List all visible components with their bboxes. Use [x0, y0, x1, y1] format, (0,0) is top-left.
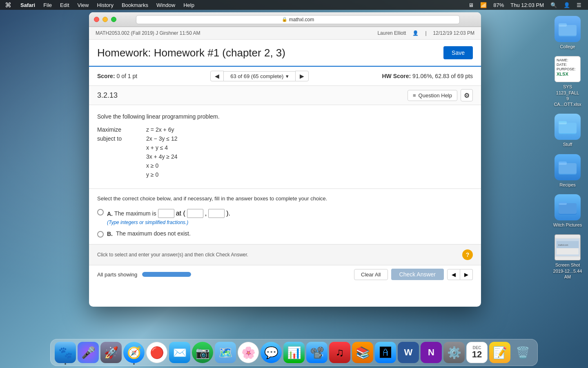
menu-window[interactable]: Window — [152, 0, 179, 10]
desktop-icon-witch[interactable]: Witch Pictures — [551, 193, 584, 229]
dock-notes[interactable]: 📝 — [489, 342, 510, 363]
dock-photos[interactable]: 🌸 — [238, 342, 259, 363]
browser-window: 🔒 mathxl.com MATH2053.002 (Fall 2019) J … — [89, 12, 481, 307]
question-help-button[interactable]: ≡ Question Help — [408, 90, 457, 101]
list-icon: ≡ — [413, 92, 416, 99]
menubar-search-icon[interactable]: 🔍 — [550, 2, 557, 8]
status-bar-right: Clear All Check Answer ◀ ▶ — [354, 269, 473, 280]
desktop: ⌘ Safari File Edit View History Bookmark… — [0, 0, 588, 368]
header-divider: | — [425, 30, 426, 36]
url-bar[interactable]: 🔒 mathxl.com — [136, 15, 460, 24]
dock-numbers[interactable]: 📊 — [283, 342, 305, 363]
dock-finder[interactable]: 🐾 — [55, 342, 76, 363]
save-button[interactable]: Save — [443, 46, 473, 59]
menubar-user-icon[interactable]: 👤 — [564, 2, 570, 8]
objective-function: z = 2x + 6y — [146, 126, 178, 133]
music-icon: ♫ — [336, 346, 344, 359]
question-header: 3.2.13 ≡ Question Help ⚙ — [89, 86, 481, 105]
svg-rect-2 — [559, 25, 577, 36]
option-a-close: ). — [226, 210, 230, 217]
option-b-text: The maximum does not exist. — [116, 230, 191, 237]
bottom-instruction: Click to select and enter your answer(s)… — [97, 252, 462, 258]
help-circle-button[interactable]: ? — [462, 249, 473, 260]
dock-system-prefs[interactable]: ⚙️ — [443, 342, 465, 363]
prev-question-button[interactable]: ◀ — [210, 71, 224, 81]
chrome-icon: 🔴 — [150, 346, 164, 359]
problem-text: Solve the following linear programming p… — [97, 113, 473, 120]
word-icon: W — [404, 347, 413, 358]
settings-button[interactable]: ⚙ — [461, 89, 473, 101]
dock-word[interactable]: W — [398, 342, 419, 363]
dock-chrome[interactable]: 🔴 — [146, 342, 167, 363]
apple-menu[interactable]: ⌘ — [0, 0, 16, 10]
dock-appstore[interactable]: 🅰 — [375, 342, 396, 363]
dock-calendar[interactable]: DEC 12 — [466, 342, 488, 363]
menu-view[interactable]: View — [74, 0, 93, 10]
desktop-icon-screenshot[interactable]: mathxl.com Screen Shot2019-12...5.44 AM — [551, 233, 584, 281]
dock-mail[interactable]: ✉️ — [169, 342, 190, 363]
hw-score-label: HW Score: — [382, 73, 411, 79]
status-bar: All parts showing Clear All Check Answer… — [89, 265, 481, 283]
homework-title-bar: Homework: Homework #1 (chapter 2, 3) Sav… — [89, 40, 481, 67]
option-a-letter: A. — [107, 211, 113, 217]
problem-math: Maximize subject to z = 2x + 6y 2x − 3y … — [97, 126, 473, 180]
option-a-at: at ( — [176, 210, 185, 217]
screenshot-thumb-icon: mathxl.com — [555, 234, 581, 260]
menu-history[interactable]: History — [93, 0, 117, 10]
dock-safari[interactable]: 🧭 — [123, 342, 145, 363]
dock-maps[interactable]: 🗺️ — [215, 342, 236, 363]
dock-music[interactable]: ♫ — [329, 342, 350, 363]
desktop-icon-recipes[interactable]: Recipes — [551, 153, 584, 189]
dock-siri[interactable]: 🎤 — [78, 342, 99, 363]
option-a-value-input[interactable] — [158, 209, 174, 218]
desktop-icon-stuff[interactable]: Stuff — [551, 112, 584, 149]
keynote-icon: 📽️ — [310, 346, 324, 359]
dock-trash[interactable]: 🗑️ — [512, 342, 533, 363]
option-b-radio[interactable] — [97, 231, 104, 238]
menubar-menu-icon[interactable]: ☰ — [577, 2, 581, 8]
menu-help[interactable]: Help — [179, 0, 198, 10]
option-a-x-input[interactable] — [187, 209, 203, 218]
dock-books[interactable]: 📚 — [352, 342, 373, 363]
constraint-1: 2x − 3y ≤ 12 — [146, 135, 178, 142]
menu-bookmarks[interactable]: Bookmarks — [118, 0, 152, 10]
header-datetime: 12/12/19 12:03 PM — [433, 30, 474, 36]
course-info: MATH2053.002 (Fall 2019) J Girshner 11:5… — [96, 30, 200, 36]
menu-edit[interactable]: Edit — [56, 0, 73, 10]
score-value: 0 of 1 pt — [116, 73, 137, 79]
mail-icon: ✉️ — [173, 346, 187, 359]
minimize-button[interactable] — [102, 17, 108, 22]
screenshot-label: Screen Shot2019-12...5.44 AM — [553, 262, 582, 280]
witch-folder-icon — [555, 194, 581, 220]
answer-options: A. The maximum is at ( , ). (Type intege… — [97, 208, 473, 238]
dock-facetime[interactable]: 📷 — [192, 342, 213, 363]
dropdown-icon[interactable]: ▾ — [286, 73, 289, 79]
maps-icon: 🗺️ — [218, 346, 233, 359]
fullscreen-button[interactable] — [111, 17, 116, 22]
bottom-next-button[interactable]: ▶ — [460, 269, 473, 280]
hw-score-value: 91.06%, 62.83 of 69 pts — [412, 73, 473, 79]
dock-onenote[interactable]: N — [421, 342, 442, 363]
stuff-folder-label: Stuff — [563, 141, 572, 147]
close-button[interactable] — [94, 17, 99, 22]
svg-rect-16 — [557, 248, 579, 255]
menu-file[interactable]: File — [39, 0, 56, 10]
bottom-prev-button[interactable]: ◀ — [447, 269, 460, 280]
dock-keynote[interactable]: 📽️ — [306, 342, 327, 363]
photos-icon: 🌸 — [241, 346, 256, 359]
desktop-icon-excel[interactable]: NAME: DATE: PURPOSE: XLSX SYS 1123_FALL9… — [551, 54, 584, 109]
menubar-datetime: Thu 12:03 PM — [510, 2, 544, 8]
progress-bar-fill — [142, 272, 191, 277]
desktop-icon-college[interactable]: College — [551, 14, 584, 51]
user-name: Lauren Elliott — [377, 30, 406, 36]
next-question-button[interactable]: ▶ — [295, 71, 309, 81]
dock-messages[interactable]: 💬 — [261, 342, 282, 363]
clear-all-button[interactable]: Clear All — [354, 269, 388, 280]
check-answer-button[interactable]: Check Answer — [391, 269, 444, 280]
option-a-y-input[interactable] — [208, 209, 225, 218]
menu-safari[interactable]: Safari — [16, 0, 39, 10]
dock-launchpad[interactable]: 🚀 — [100, 342, 122, 363]
college-folder-label: College — [560, 44, 575, 49]
answer-instruction: Select the correct choice below, and if … — [97, 195, 473, 202]
option-a-radio[interactable] — [97, 209, 104, 215]
